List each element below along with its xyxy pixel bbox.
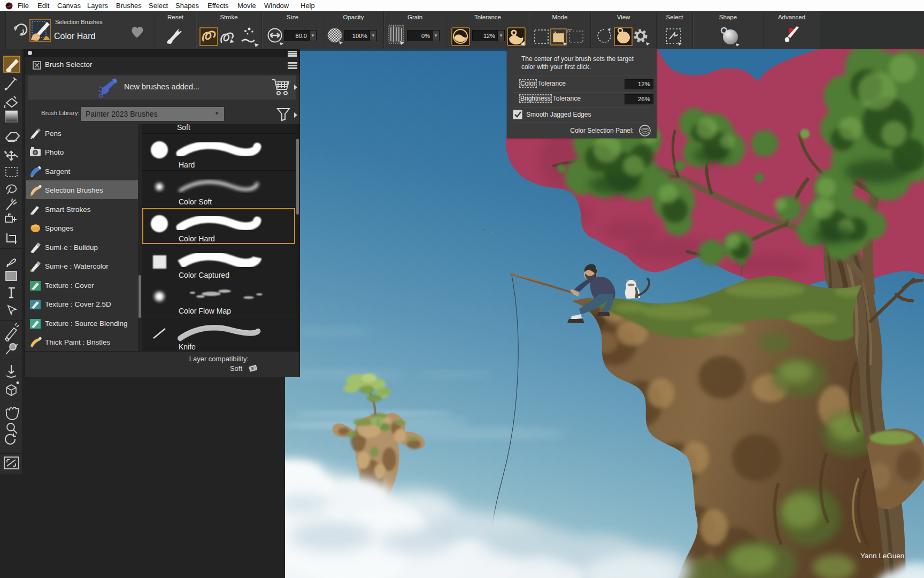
svg-text:Soft: Soft bbox=[177, 124, 190, 132]
svg-text:Smart Strokes: Smart Strokes bbox=[45, 206, 91, 214]
svg-text:Color Hard: Color Hard bbox=[179, 234, 215, 243]
svg-text:Thick Paint : Bristles: Thick Paint : Bristles bbox=[45, 338, 111, 346]
svg-text:Sponges: Sponges bbox=[45, 224, 74, 232]
svg-text:Color Captured: Color Captured bbox=[179, 271, 229, 279]
svg-text:Pens: Pens bbox=[45, 130, 61, 138]
svg-text:Sumi-e : Buildup: Sumi-e : Buildup bbox=[45, 244, 98, 252]
svg-text:Yann LeGuen: Yann LeGuen bbox=[860, 552, 904, 560]
svg-text:Texture : Cover: Texture : Cover bbox=[45, 282, 94, 290]
svg-text:Sargent: Sargent bbox=[45, 168, 71, 176]
svg-text:Texture : Cover 2.5D: Texture : Cover 2.5D bbox=[45, 300, 111, 308]
svg-text:Color Soft: Color Soft bbox=[179, 197, 212, 206]
svg-text:Texture : Source Blending: Texture : Source Blending bbox=[45, 320, 128, 328]
svg-text:Sumi-e : Watercolor: Sumi-e : Watercolor bbox=[45, 262, 109, 270]
svg-text:Knife: Knife bbox=[179, 343, 196, 351]
svg-text:Hard: Hard bbox=[179, 161, 195, 169]
svg-text:Color Flow Map: Color Flow Map bbox=[179, 307, 231, 315]
svg-text:Photo: Photo bbox=[45, 148, 64, 156]
svg-text:Selection Brushes: Selection Brushes bbox=[45, 186, 103, 194]
